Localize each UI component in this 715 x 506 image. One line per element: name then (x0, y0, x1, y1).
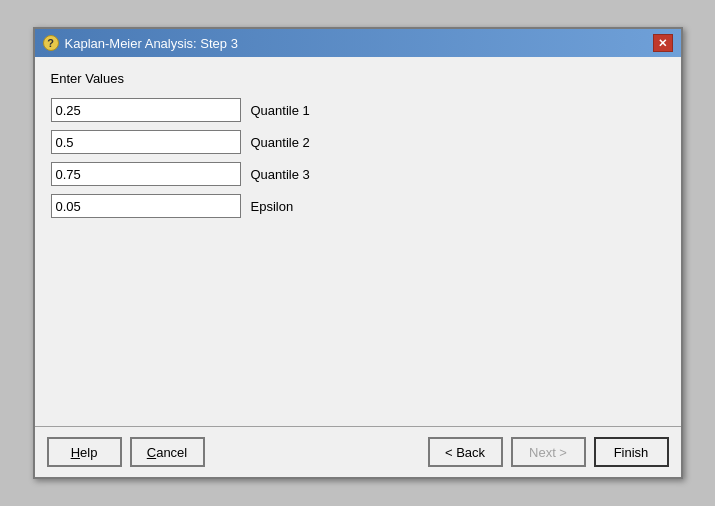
main-window: ? Kaplan-Meier Analysis: Step 3 ✕ Enter … (33, 27, 683, 479)
button-group-left: Help Cancel (47, 437, 205, 467)
spacer-area (51, 234, 665, 414)
back-button[interactable]: < Back (428, 437, 503, 467)
window-body: Enter Values Quantile 1 Quantile 2 Quant… (35, 57, 681, 426)
form-area: Quantile 1 Quantile 2 Quantile 3 Epsilon (51, 98, 665, 218)
button-bar: Help Cancel < Back Next > Finish (35, 426, 681, 477)
quantile3-input[interactable] (51, 162, 241, 186)
epsilon-input[interactable] (51, 194, 241, 218)
quantile2-input[interactable] (51, 130, 241, 154)
finish-button[interactable]: Finish (594, 437, 669, 467)
quantile3-label: Quantile 3 (251, 167, 310, 182)
quantile1-label: Quantile 1 (251, 103, 310, 118)
window-title: Kaplan-Meier Analysis: Step 3 (65, 36, 238, 51)
quantile1-input[interactable] (51, 98, 241, 122)
section-label: Enter Values (51, 71, 665, 86)
cancel-button[interactable]: Cancel (130, 437, 205, 467)
form-row-quantile1: Quantile 1 (51, 98, 665, 122)
title-bar: ? Kaplan-Meier Analysis: Step 3 ✕ (35, 29, 681, 57)
form-row-epsilon: Epsilon (51, 194, 665, 218)
form-row-quantile3: Quantile 3 (51, 162, 665, 186)
close-button[interactable]: ✕ (653, 34, 673, 52)
form-row-quantile2: Quantile 2 (51, 130, 665, 154)
title-bar-left: ? Kaplan-Meier Analysis: Step 3 (43, 35, 238, 51)
quantile2-label: Quantile 2 (251, 135, 310, 150)
button-group-right: < Back Next > Finish (428, 437, 669, 467)
help-button[interactable]: Help (47, 437, 122, 467)
next-button[interactable]: Next > (511, 437, 586, 467)
window-icon: ? (43, 35, 59, 51)
epsilon-label: Epsilon (251, 199, 294, 214)
